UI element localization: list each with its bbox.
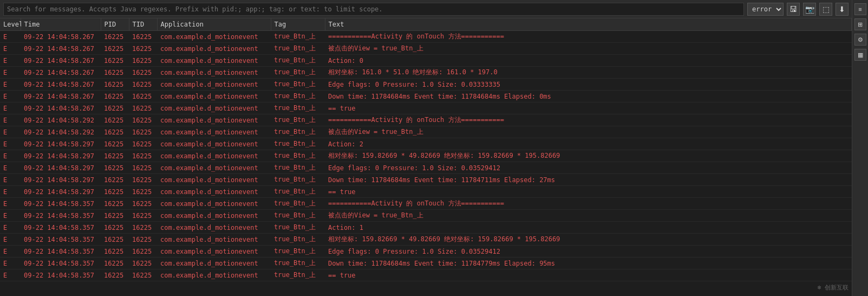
cell-pid: 16225: [101, 174, 129, 186]
cell-level: E: [0, 269, 21, 281]
cell-tid: 16225: [129, 258, 157, 269]
table-row[interactable]: E 09-22 14:04:58.267 16225 16225 com.exa…: [0, 79, 852, 91]
cell-level: E: [0, 258, 21, 269]
cell-level: E: [0, 174, 21, 186]
cell-pid: 16225: [101, 91, 129, 102]
col-header-text: Text: [325, 18, 852, 31]
wrap-icon: ⬚: [823, 5, 830, 14]
cell-level: E: [0, 162, 21, 174]
cell-tid: 16225: [129, 67, 157, 79]
col-header-time: Time: [21, 18, 101, 31]
wrap-button[interactable]: ⬚: [819, 3, 832, 16]
cell-text: Action: 1: [325, 222, 852, 234]
cell-tag: true_Btn_上: [271, 91, 325, 102]
col-header-tid: TID: [129, 18, 157, 31]
snapshot-icon: 📷: [805, 5, 814, 14]
cell-tid: 16225: [129, 102, 157, 114]
cell-tid: 16225: [129, 31, 157, 43]
cell-time: 09-22 14:04:58.267: [21, 91, 101, 102]
table-row[interactable]: E 09-22 14:04:58.297 16225 16225 com.exa…: [0, 162, 852, 174]
col-header-pid: PID: [101, 18, 129, 31]
table-row[interactable]: E 09-22 14:04:58.292 16225 16225 com.exa…: [0, 126, 852, 138]
sidebar-btn-1[interactable]: ≡: [854, 3, 866, 15]
cell-pid: 16225: [101, 31, 129, 43]
cell-text: Down time: 11784684ms Event time: 117847…: [325, 258, 852, 269]
col-header-level: Level: [0, 18, 21, 31]
cell-level: E: [0, 246, 21, 258]
cell-tag: true_Btn_上: [271, 186, 325, 198]
cell-time: 09-22 14:04:58.357: [21, 210, 101, 222]
table-body: E 09-22 14:04:58.267 16225 16225 com.exa…: [0, 31, 852, 281]
watermark: ❄ 创新互联: [818, 284, 849, 292]
table-row[interactable]: E 09-22 14:04:58.357 16225 16225 com.exa…: [0, 246, 852, 258]
cell-tid: 16225: [129, 222, 157, 234]
cell-text: 相对坐标: 159.82669 * 49.82669 绝对坐标: 159.826…: [325, 150, 852, 162]
scroll-button[interactable]: ⬇: [836, 3, 849, 16]
sidebar-btn-3[interactable]: ⚙: [854, 34, 866, 46]
cell-app: com.example.d_motionevent: [157, 150, 271, 162]
table-row[interactable]: E 09-22 14:04:58.357 16225 16225 com.exa…: [0, 269, 852, 281]
cell-tag: true_Btn_上: [271, 150, 325, 162]
cell-tag: true_Btn_上: [271, 126, 325, 138]
cell-time: 09-22 14:04:58.357: [21, 222, 101, 234]
cell-text: ===========Activity 的 onTouch 方法========…: [325, 114, 852, 126]
cell-app: com.example.d_motionevent: [157, 246, 271, 258]
cell-pid: 16225: [101, 258, 129, 269]
cell-time: 09-22 14:04:58.297: [21, 162, 101, 174]
table-row[interactable]: E 09-22 14:04:58.297 16225 16225 com.exa…: [0, 138, 852, 150]
sidebar-icon-2: ⊞: [858, 21, 863, 28]
table-row[interactable]: E 09-22 14:04:58.357 16225 16225 com.exa…: [0, 234, 852, 246]
table-row[interactable]: E 09-22 14:04:58.267 16225 16225 com.exa…: [0, 91, 852, 102]
sidebar-btn-2[interactable]: ⊞: [854, 18, 866, 30]
cell-pid: 16225: [101, 186, 129, 198]
table-row[interactable]: E 09-22 14:04:58.267 16225 16225 com.exa…: [0, 67, 852, 79]
cell-level: E: [0, 138, 21, 150]
cell-tag: true_Btn_上: [271, 31, 325, 43]
table-row[interactable]: E 09-22 14:04:58.357 16225 16225 com.exa…: [0, 198, 852, 210]
table-row[interactable]: E 09-22 14:04:58.297 16225 16225 com.exa…: [0, 150, 852, 162]
table-row[interactable]: E 09-22 14:04:58.297 16225 16225 com.exa…: [0, 186, 852, 198]
cell-text: 被点击的View = true_Btn_上: [325, 43, 852, 55]
scroll-icon: ⬇: [839, 5, 845, 14]
cell-app: com.example.d_motionevent: [157, 222, 271, 234]
sidebar-icon-3: ⚙: [858, 36, 863, 43]
cell-tag: true_Btn_上: [271, 234, 325, 246]
cell-pid: 16225: [101, 67, 129, 79]
table-row[interactable]: E 09-22 14:04:58.357 16225 16225 com.exa…: [0, 222, 852, 234]
cell-level: E: [0, 210, 21, 222]
table-row[interactable]: E 09-22 14:04:58.292 16225 16225 com.exa…: [0, 114, 852, 126]
table-row[interactable]: E 09-22 14:04:58.297 16225 16225 com.exa…: [0, 174, 852, 186]
cell-app: com.example.d_motionevent: [157, 91, 271, 102]
cell-tid: 16225: [129, 234, 157, 246]
table-container[interactable]: Level Time PID TID Application Tag Text …: [0, 18, 852, 296]
sidebar-icon-4: ▦: [858, 52, 863, 59]
cell-level: E: [0, 114, 21, 126]
sidebar-btn-4[interactable]: ▦: [854, 49, 866, 61]
cell-tid: 16225: [129, 186, 157, 198]
cell-text: ===========Activity 的 onTouch 方法========…: [325, 198, 852, 210]
col-header-tag: Tag: [271, 18, 325, 31]
cell-level: E: [0, 43, 21, 55]
cell-level: E: [0, 198, 21, 210]
cell-time: 09-22 14:04:58.357: [21, 269, 101, 281]
table-row[interactable]: E 09-22 14:04:58.267 16225 16225 com.exa…: [0, 43, 852, 55]
table-row[interactable]: E 09-22 14:04:58.357 16225 16225 com.exa…: [0, 258, 852, 269]
cell-pid: 16225: [101, 162, 129, 174]
table-row[interactable]: E 09-22 14:04:58.267 16225 16225 com.exa…: [0, 31, 852, 43]
save-button[interactable]: 🖫: [787, 3, 800, 16]
cell-app: com.example.d_motionevent: [157, 258, 271, 269]
cell-tid: 16225: [129, 198, 157, 210]
cell-tid: 16225: [129, 126, 157, 138]
snapshot-button[interactable]: 📷: [803, 3, 816, 16]
level-select[interactable]: error: [747, 3, 784, 16]
search-input[interactable]: [3, 3, 744, 16]
cell-pid: 16225: [101, 210, 129, 222]
table-row[interactable]: E 09-22 14:04:58.267 16225 16225 com.exa…: [0, 55, 852, 67]
table-row[interactable]: E 09-22 14:04:58.357 16225 16225 com.exa…: [0, 210, 852, 222]
cell-tag: true_Btn_上: [271, 67, 325, 79]
cell-text: Edge flags: 0 Pressure: 1.0 Size: 0.0352…: [325, 246, 852, 258]
cell-app: com.example.d_motionevent: [157, 210, 271, 222]
table-row[interactable]: E 09-22 14:04:58.267 16225 16225 com.exa…: [0, 102, 852, 114]
cell-tid: 16225: [129, 210, 157, 222]
log-table: Level Time PID TID Application Tag Text …: [0, 18, 852, 281]
